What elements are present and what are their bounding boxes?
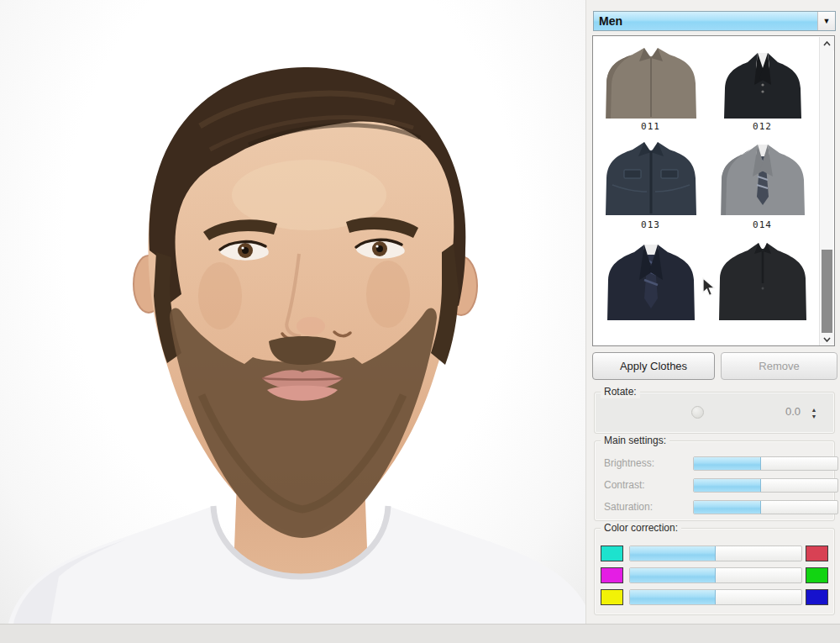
blue-swatch[interactable] (806, 589, 828, 605)
clothes-item-row3-left[interactable] (595, 231, 706, 335)
category-dropdown-value[interactable]: Men (594, 12, 817, 30)
saturation-label: Saturation: (604, 501, 653, 513)
yellow-blue-slider[interactable] (629, 589, 802, 605)
rotate-slider-handle[interactable] (691, 406, 704, 419)
category-dropdown[interactable]: Men ▼ (593, 11, 836, 31)
gray-suit-thumbnail-icon (712, 134, 813, 217)
saturation-slider[interactable] (693, 500, 838, 514)
magenta-green-row (595, 567, 834, 584)
red-swatch[interactable] (806, 545, 828, 561)
portrait-photo (0, 0, 585, 624)
clothes-editor-window: Men ▼ 011 (0, 0, 840, 643)
contrast-label: Contrast: (604, 479, 645, 491)
clothes-item-014[interactable]: 014 (706, 133, 818, 231)
green-swatch[interactable] (806, 567, 828, 583)
clothes-list-scrollbar[interactable] (819, 37, 833, 346)
magenta-green-slider[interactable] (629, 567, 802, 583)
yellow-blue-row (595, 589, 834, 606)
cyan-red-row (595, 545, 834, 562)
saturation-row: Saturation: (595, 500, 834, 514)
clothes-item-label: 013 (641, 219, 660, 231)
spin-down-icon[interactable]: ▼ (811, 414, 817, 419)
remove-button[interactable]: Remove (721, 352, 837, 380)
navy-suit-thumbnail-icon (601, 233, 701, 320)
rotate-label: Rotate: (601, 386, 640, 398)
suit-thumbnail-icon (712, 41, 813, 119)
main-settings-group: Main settings: Brightness: Contrast: Sat… (594, 440, 835, 521)
jacket-thumbnail-icon (601, 41, 701, 119)
scroll-up-icon[interactable] (820, 37, 834, 50)
apply-clothes-button[interactable]: Apply Clothes (592, 352, 715, 380)
clothes-item-label: 011 (641, 121, 660, 133)
clothes-row: 011 012 (595, 40, 818, 133)
rotate-group: Rotate: 0.0 ▲ ▼ (594, 392, 835, 434)
rotate-spinner[interactable]: ▲ ▼ (809, 402, 819, 424)
clothes-row: 013 014 (595, 133, 818, 231)
scroll-down-icon[interactable] (820, 333, 834, 346)
clothes-item-label: 014 (753, 219, 772, 231)
brightness-label: Brightness: (604, 457, 654, 469)
clothes-item-row3-right[interactable] (706, 231, 818, 335)
color-correction-group: Color correction: (594, 528, 835, 615)
contrast-slider-fill (694, 479, 761, 492)
denim-shirt-thumbnail-icon (601, 134, 701, 217)
magenta-green-slider-fill (630, 568, 716, 582)
rotate-value: 0.0 (765, 405, 801, 418)
cyan-swatch[interactable] (601, 545, 623, 561)
mouse-cursor (702, 277, 716, 298)
contrast-row: Contrast: (595, 478, 834, 493)
clothes-item-012[interactable]: 012 (706, 40, 818, 133)
magenta-swatch[interactable] (601, 567, 623, 583)
clothes-item-011[interactable]: 011 (595, 40, 706, 133)
dark-jacket-thumbnail-icon (712, 233, 813, 320)
portrait-photo-image (0, 0, 585, 624)
color-correction-label: Color correction: (601, 522, 681, 535)
clothes-list[interactable]: 011 012 (592, 35, 835, 346)
brightness-row: Brightness: (595, 456, 834, 471)
clothes-item-013[interactable]: 013 (595, 133, 706, 231)
main-settings-label: Main settings: (601, 435, 669, 447)
cyan-red-slider-fill (630, 546, 716, 561)
scrollbar-thumb[interactable] (822, 250, 832, 335)
spin-up-icon[interactable]: ▲ (811, 407, 817, 413)
clothes-panel: Men ▼ 011 (585, 0, 840, 624)
contrast-slider[interactable] (693, 478, 838, 493)
yellow-swatch[interactable] (601, 589, 623, 605)
brightness-slider-fill (694, 457, 761, 470)
cyan-red-slider[interactable] (629, 545, 802, 561)
chevron-down-icon[interactable]: ▼ (817, 12, 835, 30)
clothes-item-label: 012 (753, 121, 772, 133)
brightness-slider[interactable] (693, 456, 838, 471)
window-bottom-strip (0, 624, 840, 643)
saturation-slider-fill (694, 501, 761, 514)
yellow-blue-slider-fill (630, 590, 716, 604)
